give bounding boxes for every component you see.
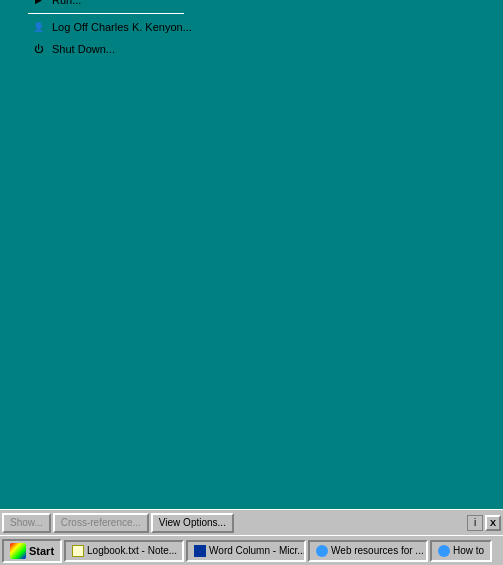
taskbar-item-label: How to bbox=[453, 545, 484, 556]
menu-item-label: Log Off Charles K. Kenyon... bbox=[52, 21, 192, 33]
logoff-icon: 👤 bbox=[30, 19, 46, 35]
desktop bbox=[0, 0, 503, 520]
close-icon: X bbox=[490, 518, 496, 528]
taskbar-items: Logbook.txt - Note... Word Column - Micr… bbox=[64, 540, 501, 562]
run-icon: ▶ bbox=[30, 0, 46, 8]
close-button[interactable]: X bbox=[485, 515, 501, 531]
taskbar: Start Logbook.txt - Note... Word Column … bbox=[0, 535, 503, 565]
menu-item-shutdown[interactable]: ⏻ Shut Down... bbox=[24, 38, 188, 60]
taskbar-item-howto[interactable]: How to bbox=[430, 540, 492, 562]
taskbar-item-logbook[interactable]: Logbook.txt - Note... bbox=[64, 540, 184, 562]
start-windows-icon bbox=[10, 543, 26, 559]
menu-item-label: Run... bbox=[52, 0, 182, 6]
crossref-button[interactable]: Cross-reference... bbox=[53, 513, 149, 533]
word-taskbar-icon bbox=[194, 545, 206, 557]
menu-separator bbox=[28, 13, 184, 14]
viewoptions-label: View Options... bbox=[159, 517, 226, 528]
start-label: Start bbox=[29, 545, 54, 557]
taskbar-item-label: Logbook.txt - Note... bbox=[87, 545, 177, 556]
show-label: Show... bbox=[10, 517, 43, 528]
taskbar-item-word[interactable]: Word Column - Micr... bbox=[186, 540, 306, 562]
taskbar-item-label: Word Column - Micr... bbox=[209, 545, 306, 556]
menu-item-run[interactable]: ▶ Run... bbox=[24, 0, 188, 11]
bottom-toolbar: Show... Cross-reference... View Options.… bbox=[0, 509, 503, 535]
notepad-taskbar-icon bbox=[72, 545, 84, 557]
show-button[interactable]: Show... bbox=[2, 513, 51, 533]
menu-item-logoff[interactable]: 👤 Log Off Charles K. Kenyon... bbox=[24, 16, 188, 38]
shutdown-icon: ⏻ bbox=[30, 41, 46, 57]
ie-taskbar-icon bbox=[316, 545, 328, 557]
taskbar-item-label: Web resources for ... bbox=[331, 545, 424, 556]
viewoptions-button[interactable]: View Options... bbox=[151, 513, 234, 533]
info-button[interactable]: i bbox=[467, 515, 483, 531]
start-button[interactable]: Start bbox=[2, 539, 62, 563]
menu-item-label: Shut Down... bbox=[52, 43, 182, 55]
crossref-label: Cross-reference... bbox=[61, 517, 141, 528]
taskbar-item-webresources[interactable]: Web resources for ... bbox=[308, 540, 428, 562]
ie-taskbar-icon-2 bbox=[438, 545, 450, 557]
